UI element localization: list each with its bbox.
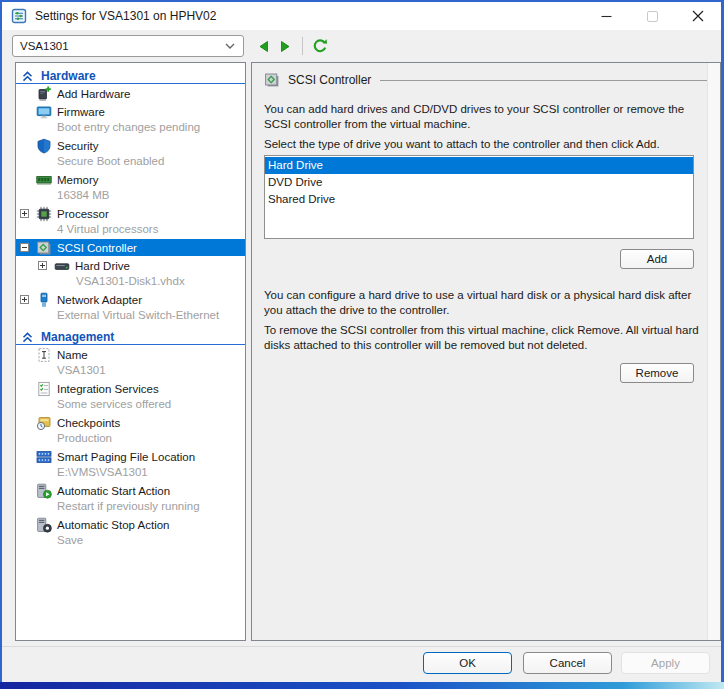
navigate-back-button[interactable] [252,35,274,57]
sidebar-item-sublabel: 16384 MB [16,188,245,204]
settings-app-icon [11,8,27,24]
expander-spacer [20,141,29,150]
cancel-button[interactable]: Cancel [523,652,612,674]
select-drive-prompt: Select the type of drive you want to att… [264,137,708,152]
integration-services-icon [36,381,52,397]
expander-spacer [20,350,29,359]
security-icon [36,138,52,154]
sidebar-item-name[interactable]: Name [16,346,245,363]
checkpoints-icon [36,415,52,431]
network-adapter-icon [36,292,52,308]
sidebar-item-sublabel: Production [16,431,245,447]
sidebar-item-sublabel: Some services offered [16,397,245,413]
name-icon [36,347,52,363]
scsi-controller-icon [36,240,52,256]
sidebar-item-integration-services[interactable]: Integration Services [16,380,245,397]
panel-description-remove: To remove the SCSI controller from this … [264,323,708,353]
sidebar-item-sublabel: VSA1301 [16,363,245,379]
sidebar-item-automatic-start-action[interactable]: Automatic Start Action [16,482,245,499]
sidebar-item-sublabel: External Virtual Switch-Ethernet [16,308,245,324]
toolbar: VSA1301 [2,30,721,62]
drive-type-listbox[interactable]: Hard DriveDVD DriveShared Drive [264,155,694,239]
expander-spacer [20,384,29,393]
memory-icon [36,172,52,188]
panel-title: SCSI Controller [288,73,371,87]
section-label: Hardware [41,69,96,83]
settings-window: Settings for VSA1301 on HPHV02 VSA1301 H… [0,0,724,689]
window-border-bottom [0,682,724,689]
section-header-management[interactable]: Management [16,330,245,345]
smart-paging-icon [36,449,52,465]
remove-button[interactable]: Remove [620,363,694,383]
navigate-forward-button[interactable] [274,35,296,57]
window-border-top [0,0,724,2]
scsi-controller-icon [264,72,280,88]
collapse-section-icon [22,71,33,82]
sidebar-item-hard-drive[interactable]: Hard Drive [16,257,245,274]
sidebar-item-sublabel: VSA1301-Disk1.vhdx [16,274,245,290]
add-hardware-icon [36,86,52,102]
add-button[interactable]: Add [620,249,694,269]
sidebar-item-automatic-stop-action[interactable]: Automatic Stop Action [16,516,245,533]
sidebar-item-label: Network Adapter [57,294,142,306]
settings-tree: HardwareAdd HardwareFirmwareBoot entry c… [15,62,246,641]
toolbar-separator [302,37,303,55]
minimize-button[interactable] [583,2,629,30]
vm-selector-dropdown[interactable]: VSA1301 [12,35,244,57]
titlebar: Settings for VSA1301 on HPHV02 [2,2,721,30]
expander-spacer [20,520,29,529]
sidebar-item-processor[interactable]: Processor [16,205,245,222]
collapse-section-icon [22,332,33,343]
expand-icon[interactable] [38,261,47,270]
sidebar-item-sublabel: Boot entry changes pending [16,120,245,136]
sidebar-item-label: Firmware [57,106,105,118]
expand-icon[interactable] [20,209,29,218]
close-button[interactable] [675,2,721,30]
section-header-hardware[interactable]: Hardware [16,69,245,84]
sidebar-item-label: SCSI Controller [57,242,137,254]
sidebar-item-label: Processor [57,208,109,220]
window-controls [583,2,721,30]
maximize-button [629,2,675,30]
sidebar-item-scsi-controller[interactable]: SCSI Controller [16,239,245,256]
panel-description-add: You can add hard drives and CD/DVD drive… [264,102,708,132]
automatic-start-icon [36,483,52,499]
expander-spacer [20,175,29,184]
sidebar-item-network-adapter[interactable]: Network Adapter [16,291,245,308]
firmware-icon [36,104,52,120]
sidebar-item-memory[interactable]: Memory [16,171,245,188]
sidebar-item-label: Hard Drive [75,260,130,272]
footer-separator [0,646,724,647]
collapse-icon[interactable] [20,243,29,252]
sidebar-item-label: Memory [57,174,99,186]
expander-spacer [20,452,29,461]
sidebar-item-sublabel: Restart if previously running [16,499,245,515]
window-border-left [0,0,2,689]
sidebar-item-sublabel: Save [16,533,245,549]
expander-spacer [20,89,29,98]
drive-type-option-hard-drive[interactable]: Hard Drive [265,157,693,174]
expand-icon[interactable] [20,295,29,304]
drive-type-option-shared-drive[interactable]: Shared Drive [265,191,693,208]
sidebar-item-checkpoints[interactable]: Checkpoints [16,414,245,431]
drive-type-option-dvd-drive[interactable]: DVD Drive [265,174,693,191]
sidebar-item-add-hardware[interactable]: Add Hardware [16,85,245,102]
expander-spacer [20,486,29,495]
panel-scrollbar-track [707,63,720,640]
sidebar-item-firmware[interactable]: Firmware [16,103,245,120]
sidebar-item-label: Security [57,140,99,152]
sidebar-item-sublabel: 4 Virtual processors [16,222,245,238]
sidebar-item-smart-paging-file-location[interactable]: Smart Paging File Location [16,448,245,465]
sidebar-item-label: Automatic Stop Action [57,519,170,531]
processor-icon [36,206,52,222]
expander-spacer [20,107,29,116]
sidebar-item-label: Automatic Start Action [57,485,170,497]
sidebar-item-label: Name [57,349,88,361]
sidebar-item-sublabel: E:\VMS\VSA1301 [16,465,245,481]
panel-description-configure: You can configure a hard drive to use a … [264,288,708,318]
automatic-stop-icon [36,517,52,533]
refresh-button[interactable] [309,35,331,57]
sidebar-item-security[interactable]: Security [16,137,245,154]
vm-selector-value: VSA1301 [20,40,69,52]
ok-button[interactable]: OK [423,652,512,674]
